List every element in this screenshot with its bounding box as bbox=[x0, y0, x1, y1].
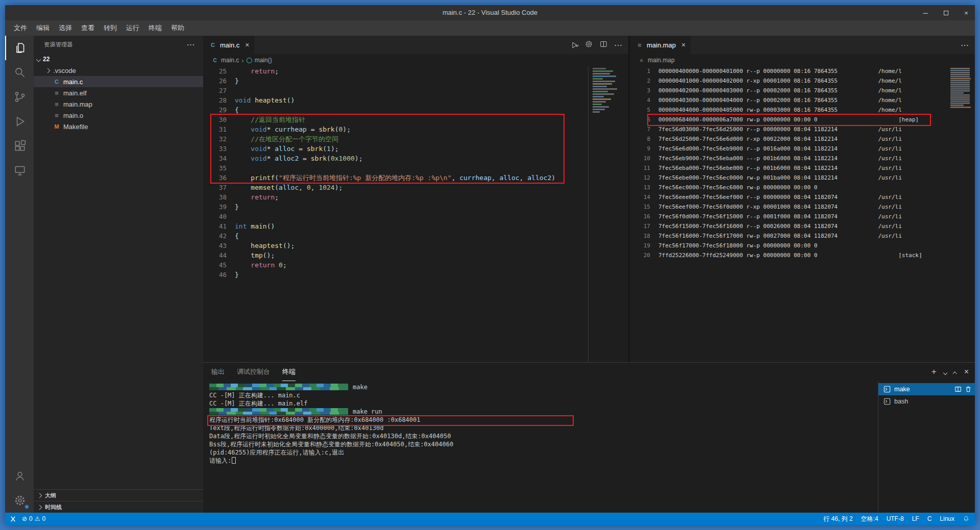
tree-item-main.o[interactable]: ≡main.o bbox=[34, 110, 203, 121]
activity-remote-explorer-button[interactable] bbox=[5, 158, 34, 183]
code-line[interactable]: 46} bbox=[203, 270, 628, 280]
close-panel-button[interactable]: × bbox=[964, 367, 969, 376]
map-line[interactable]: 3000000402000-000000403000 r--p 00002000… bbox=[630, 86, 975, 95]
map-line[interactable]: 157fec56eef000-7fec56f0d000 r-xp 0000100… bbox=[630, 202, 975, 212]
code-line[interactable]: 42{ bbox=[203, 231, 628, 241]
maximize-button[interactable] bbox=[942, 9, 949, 17]
more-actions-icon[interactable]: ⋯ bbox=[187, 40, 195, 49]
cursor-position[interactable]: 行 46, 列 2 bbox=[823, 515, 852, 523]
indentation[interactable]: 空格:4 bbox=[861, 515, 878, 523]
activity-extensions-button[interactable] bbox=[5, 134, 34, 158]
menu-item[interactable]: 查看 bbox=[77, 20, 99, 36]
trash-icon[interactable] bbox=[965, 386, 972, 393]
os-indicator[interactable]: Linux bbox=[940, 515, 954, 522]
new-terminal-button[interactable]: + bbox=[932, 367, 937, 377]
maximize-panel-button[interactable] bbox=[954, 367, 957, 376]
eol-sequence[interactable]: LF bbox=[912, 515, 919, 522]
code-line[interactable]: 40 bbox=[203, 212, 628, 221]
code-line[interactable]: 29{ bbox=[203, 105, 628, 115]
code-line[interactable]: 37 memset(alloc, 0, 1024); bbox=[203, 183, 628, 192]
tab-main-map[interactable]: ≡ main.map × bbox=[630, 36, 691, 54]
tree-item-main.map[interactable]: ≡main.map bbox=[34, 98, 203, 110]
code-line[interactable]: 36 printf("程序运行时当前堆指针:%p 新分配的堆内存:%p :%p\… bbox=[203, 173, 628, 183]
map-line[interactable]: 137fec56ec0000-7fec56ec6000 rw-p 0000000… bbox=[630, 183, 975, 192]
tree-item-Makefile[interactable]: MMakefile bbox=[34, 121, 203, 132]
close-icon[interactable]: × bbox=[245, 41, 249, 49]
minimap[interactable] bbox=[593, 67, 623, 116]
tab-main-c[interactable]: C main.c × bbox=[203, 36, 255, 54]
account-button[interactable] bbox=[5, 464, 34, 488]
split-editor-button[interactable] bbox=[599, 40, 608, 51]
code-editor[interactable]: 25 return;26}2728void heaptest()29{30 //… bbox=[203, 66, 628, 362]
map-line[interactable]: 2000000401000-000000402000 r-xp 00001000… bbox=[630, 76, 975, 86]
close-icon[interactable]: × bbox=[681, 41, 685, 49]
terminal-profile-dropdown[interactable] bbox=[944, 367, 947, 376]
code-line[interactable]: 32 //在堆区分配一个字节的空间 bbox=[203, 134, 628, 144]
menu-item[interactable]: 终端 bbox=[144, 20, 166, 36]
tree-item-main.elf[interactable]: ≡main.elf bbox=[34, 87, 203, 98]
menu-item[interactable]: 帮助 bbox=[166, 20, 189, 36]
code-line[interactable]: 33 void* alloc = sbrk(1); bbox=[203, 144, 628, 154]
breadcrumb[interactable]: C main.c › main() bbox=[203, 54, 628, 66]
menu-item[interactable]: 运行 bbox=[121, 20, 144, 36]
map-line[interactable]: 97fec56e6d000-7fec56eb9000 r--p 0016a000… bbox=[630, 144, 975, 154]
map-line[interactable]: 207ffd25226000-7ffd25249000 rw-p 0000000… bbox=[630, 250, 975, 260]
code-line[interactable]: 28void heaptest() bbox=[203, 95, 628, 105]
settings-button[interactable] bbox=[5, 488, 34, 513]
outline-section-header[interactable]: 大纲 bbox=[34, 489, 203, 501]
map-line[interactable]: 1000000400000-000000401000 r--p 00000000… bbox=[630, 66, 975, 76]
map-line[interactable]: 197fec56f17000-7fec56f18000 rw-p 0000000… bbox=[630, 241, 975, 250]
code-line[interactable]: 30 //返回当前堆指针 bbox=[203, 115, 628, 124]
panel-tab-输出[interactable]: 输出 bbox=[211, 363, 225, 381]
panel-tab-调试控制台[interactable]: 调试控制台 bbox=[237, 363, 270, 381]
code-line[interactable]: 34 void* alloc2 = sbrk(0x1000); bbox=[203, 154, 628, 163]
map-line[interactable]: 6000000684000-0000006a7000 rw-p 00000000… bbox=[630, 115, 975, 124]
minimize-button[interactable]: ─ bbox=[922, 9, 929, 17]
code-line[interactable]: 31 void* currheap = sbrk(0); bbox=[203, 124, 628, 134]
activity-run-debug-button[interactable] bbox=[5, 109, 34, 134]
language-mode[interactable]: C bbox=[927, 515, 932, 522]
tree-item-.vscode[interactable]: .vscode bbox=[34, 65, 203, 76]
terminal-output[interactable]: makeCC -[M] 正在构建... main.cCC -[M] 正在构建..… bbox=[203, 381, 878, 513]
remote-indicator[interactable] bbox=[9, 515, 17, 523]
map-line[interactable]: 187fec56f16000-7fec56f17000 rw-p 0002700… bbox=[630, 231, 975, 241]
code-line[interactable]: 44 tmp(); bbox=[203, 250, 628, 260]
run-c-file-button[interactable] bbox=[570, 41, 578, 49]
timeline-section-header[interactable]: 时间线 bbox=[34, 501, 203, 513]
problems-indicator[interactable]: ⊘ 0 ⚠ 0 bbox=[22, 515, 45, 522]
activity-explorer-button[interactable] bbox=[5, 36, 34, 60]
code-line[interactable]: 35 bbox=[203, 163, 628, 173]
activity-search-button[interactable] bbox=[5, 60, 34, 85]
workspace-root-row[interactable]: 22 bbox=[34, 54, 203, 65]
panel-tab-终端[interactable]: 终端 bbox=[282, 363, 296, 381]
menu-item[interactable]: 文件 bbox=[9, 20, 32, 36]
terminal-list-item-bash[interactable]: bash bbox=[878, 395, 975, 408]
breadcrumb-file[interactable]: main.map bbox=[648, 57, 675, 64]
more-actions-icon[interactable]: ⋯ bbox=[614, 40, 622, 50]
encoding[interactable]: UTF-8 bbox=[887, 515, 904, 522]
menu-item[interactable]: 编辑 bbox=[32, 20, 54, 36]
breadcrumb-file[interactable]: main.c bbox=[221, 57, 239, 64]
split-terminal-icon[interactable] bbox=[954, 386, 962, 393]
more-actions-icon[interactable]: ⋯ bbox=[961, 40, 969, 50]
tree-item-main.c[interactable]: Cmain.c bbox=[34, 76, 203, 87]
editor-settings-button[interactable] bbox=[584, 40, 593, 51]
code-line[interactable]: 39} bbox=[203, 202, 628, 212]
map-line[interactable]: 147fec56eee000-7fec56eef000 r--p 0000000… bbox=[630, 192, 975, 202]
terminal-list-item-make[interactable]: make bbox=[878, 383, 975, 395]
close-button[interactable]: × bbox=[963, 9, 970, 17]
map-line[interactable]: 117fec56eba000-7fec56ebe000 r--p 001b600… bbox=[630, 163, 975, 173]
code-line[interactable]: 26} bbox=[203, 76, 628, 86]
activity-source-control-button[interactable] bbox=[5, 85, 34, 109]
map-line[interactable]: 167fec56f0d000-7fec56f15000 r--p 0001f00… bbox=[630, 212, 975, 221]
breadcrumb[interactable]: ≡ main.map bbox=[630, 54, 975, 66]
code-line[interactable]: 43 heaptest(); bbox=[203, 241, 628, 250]
code-line[interactable]: 38 return; bbox=[203, 192, 628, 202]
map-line[interactable]: 107fec56eb9000-7fec56eba000 ---p 001b600… bbox=[630, 154, 975, 163]
code-line[interactable]: 45 return 0; bbox=[203, 260, 628, 270]
notifications-button[interactable] bbox=[963, 515, 970, 523]
code-line[interactable]: 41int main() bbox=[203, 221, 628, 231]
breadcrumb-symbol[interactable]: main() bbox=[255, 57, 272, 64]
map-line[interactable]: 87fec56d25000-7fec56e6d000 r-xp 00022000… bbox=[630, 134, 975, 144]
map-editor[interactable]: 1000000400000-000000401000 r--p 00000000… bbox=[630, 66, 975, 362]
